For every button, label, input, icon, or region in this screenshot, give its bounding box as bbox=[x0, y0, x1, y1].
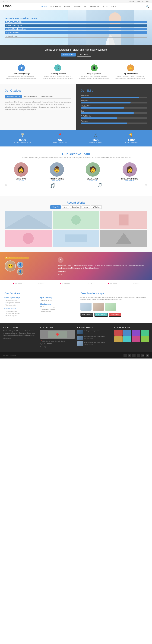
footer-linkedin-icon[interactable]: in bbox=[137, 354, 140, 357]
tab-quality[interactable]: Quality Assurance bbox=[39, 94, 55, 98]
footer-rss-icon[interactable]: rss bbox=[141, 354, 145, 357]
stat-3: 🎵 1500 SONGS PLAYED bbox=[89, 133, 102, 143]
nav-item-portfolio[interactable]: PORTFOLIO bbox=[50, 5, 61, 8]
tablet-download-button[interactable]: FOR TABLETS bbox=[94, 313, 108, 316]
nav-item-services[interactable]: SERVICES bbox=[89, 5, 99, 8]
partner-name-1: Valentine bbox=[14, 282, 22, 285]
service-cat-1: Web & Digital Design bbox=[4, 297, 36, 299]
nav-item-pages[interactable]: PAGES bbox=[64, 5, 71, 8]
tab-awesome[interactable]: Awesome Designs bbox=[5, 94, 22, 98]
nav-item-blog[interactable]: BLOG bbox=[102, 5, 108, 8]
flickr-img-7[interactable] bbox=[132, 336, 140, 342]
stat-number-3: 1500 bbox=[89, 138, 102, 142]
nav-item-shop[interactable]: SHOP bbox=[111, 5, 117, 8]
know-more-button[interactable]: KNOW MORE bbox=[61, 53, 76, 56]
nav-logo: LOGO bbox=[3, 5, 11, 8]
service-cat-4: Other Services bbox=[40, 303, 72, 305]
ios-download-button[interactable]: FOR IOS/TOP bbox=[80, 313, 93, 316]
footer-tweet-title: LATEST TWEET bbox=[3, 326, 38, 328]
team-role-4: Web Designer bbox=[121, 180, 138, 182]
search-icon[interactable]: 🔍 bbox=[146, 5, 149, 8]
filter-branding[interactable]: Branding bbox=[70, 205, 81, 209]
service-list-4: Nullam enim enim, pharetra Volutpat any-… bbox=[40, 306, 72, 312]
skill-label-4: jQuery bbox=[81, 110, 147, 112]
mobile-download-button[interactable]: FOR MOBILE bbox=[109, 313, 122, 316]
works-section: Recent Works Show All Apps Branding Logo… bbox=[0, 196, 152, 252]
music-note-icon: 🎵 bbox=[50, 183, 55, 189]
services-left: Our Services Web & Digital Design Nullam… bbox=[0, 288, 76, 323]
skill-1: Web Design bbox=[81, 95, 147, 98]
banner-buttons: KNOW MORE PURCHASE bbox=[3, 53, 149, 56]
tab-solid[interactable]: Solid Development bbox=[22, 94, 39, 98]
twitter-icon[interactable]: t bbox=[5, 1, 5, 2]
dot-2[interactable] bbox=[59, 274, 60, 274]
stats-bar: 🍸 9000 DRINKS CONSUMED 📍 96 PLACES VISIT… bbox=[0, 130, 152, 146]
feature-title-2: Fit for any purpose bbox=[42, 73, 74, 74]
service-item-2-3: Nullam vulputate bbox=[4, 315, 36, 316]
service-list-1: Nullam vulputate Volutpat any-module Qui… bbox=[4, 300, 36, 306]
stat-label-2: PLACES VISITED bbox=[53, 142, 67, 143]
service-item-4-3: Quisque mattis bbox=[40, 310, 72, 312]
team-role-2: Web Designer bbox=[50, 180, 64, 182]
flickr-img-1[interactable] bbox=[114, 330, 123, 336]
purchase-button[interactable]: PURCHASE bbox=[77, 53, 91, 56]
dot-3[interactable] bbox=[61, 274, 62, 274]
filter-logos[interactable]: Logos bbox=[82, 205, 90, 209]
flickr-img-8[interactable] bbox=[141, 336, 149, 342]
service-item-2-2: Volutpat any-module bbox=[4, 313, 36, 314]
dot-1[interactable] bbox=[58, 274, 59, 274]
nav-item-home[interactable]: HOME bbox=[41, 5, 47, 8]
flickr-img-6[interactable] bbox=[123, 336, 132, 342]
footer-facebook-icon[interactable]: f bbox=[124, 354, 127, 357]
team-avatar-3: 🧑 bbox=[86, 162, 100, 177]
work-item-4[interactable] bbox=[5, 230, 52, 247]
svg-rect-12 bbox=[65, 234, 87, 242]
team-name-1: JULIE RIOS bbox=[14, 178, 28, 180]
work-item-3[interactable] bbox=[100, 211, 147, 229]
facebook-icon[interactable]: f bbox=[3, 1, 4, 2]
testimonials-right: ❝ Aliquam enim enim, pharetra in sodales… bbox=[58, 257, 147, 274]
partner-3: ♥ Valentine bbox=[60, 282, 70, 285]
top-nav-links[interactable]: Home Contact Us Help bbox=[128, 1, 149, 2]
flickr-img-3[interactable] bbox=[132, 330, 140, 336]
nav-menu: HOME PORTFOLIO PAGES POSSIBILITIES SERVI… bbox=[41, 5, 117, 8]
post-img-3 bbox=[77, 341, 83, 346]
svg-point-10 bbox=[23, 233, 33, 244]
flickr-img-4[interactable] bbox=[141, 330, 149, 336]
partners-section: ♥ Valentine envato ♥ Valentine envato ♥ … bbox=[0, 280, 152, 288]
footer-google-icon[interactable]: g+ bbox=[132, 354, 136, 357]
social-links[interactable]: f t in bbox=[3, 1, 9, 2]
nav-item-possibilities[interactable]: POSSIBILITIES bbox=[73, 5, 87, 8]
footer-tweet-text: Check out 'Legent' - A Responsive Multi-… bbox=[3, 330, 38, 336]
top-bar: f t in Home Contact Us Help bbox=[0, 0, 152, 3]
service-cat-3: Digital Marketing bbox=[40, 297, 72, 299]
flickr-img-2[interactable] bbox=[123, 330, 132, 336]
skill-label-2: Wordpress bbox=[81, 100, 147, 102]
filter-websites[interactable]: Websites bbox=[91, 205, 102, 209]
feature-1: 👁 Eye Catching Design Aliquam enim enim,… bbox=[5, 64, 37, 80]
linkedin-icon[interactable]: in bbox=[7, 1, 8, 2]
work-item-2[interactable] bbox=[53, 211, 99, 229]
filter-apps[interactable]: Apps bbox=[62, 205, 69, 209]
footer-pinterest-icon[interactable]: p bbox=[146, 354, 149, 357]
feature-title-1: Eye Catching Design bbox=[5, 73, 37, 74]
filter-all[interactable]: Show All bbox=[50, 205, 60, 209]
hero-title: Versatile Responsive Theme bbox=[5, 17, 147, 20]
partner-name-3: Valentine bbox=[62, 282, 70, 285]
contact-link[interactable]: Contact Us bbox=[136, 1, 144, 2]
work-item-6[interactable] bbox=[100, 230, 147, 247]
feature-4: 👍 Top level features Aliquam enim enim, … bbox=[115, 64, 147, 80]
heart-icon-3: ♥ bbox=[108, 283, 109, 284]
services-title: Our Services bbox=[4, 292, 72, 295]
testimonial-avatar-3: 👤 bbox=[17, 269, 23, 275]
testimonial-avatar-2: 👤 bbox=[17, 262, 23, 268]
work-item-1[interactable] bbox=[5, 211, 52, 229]
flickr-img-5[interactable] bbox=[114, 336, 123, 342]
post-text-2: Post with an image gallery inside 19 Mar… bbox=[84, 336, 105, 340]
skill-label-5: PHP / MySQL bbox=[81, 115, 147, 117]
work-item-5[interactable] bbox=[53, 230, 99, 247]
footer-twitter-icon[interactable]: t bbox=[128, 354, 131, 357]
help-link[interactable]: Help bbox=[146, 1, 149, 2]
home-link[interactable]: Home bbox=[130, 1, 134, 2]
main-nav: LOGO HOME PORTFOLIO PAGES POSSIBILITIES … bbox=[0, 3, 152, 10]
